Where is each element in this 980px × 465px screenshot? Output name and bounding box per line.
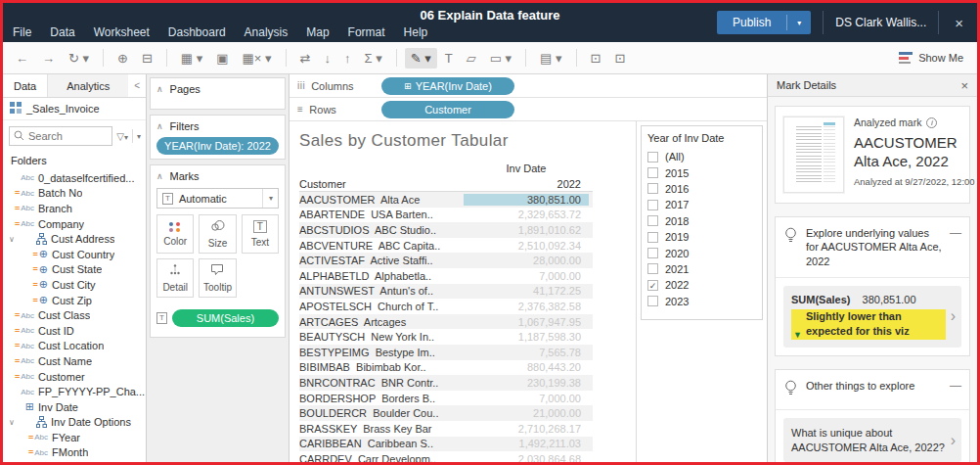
table-row[interactable]: BIBIMBAB Bibimbab Kor..880,443.20 [299,360,593,376]
checkbox-icon[interactable] [647,152,658,163]
pause-updates-icon[interactable]: ⊟ [136,48,158,69]
table-row[interactable]: ARTCAGES Artcages1,067,947.95 [299,314,593,330]
value-cell[interactable]: 41,172.25 [464,285,589,297]
field-fp-fyyyy-pp-cha[interactable]: AbcFP_FYYYY-PP_Cha... [3,384,146,399]
value-cell[interactable]: 1,067,947.95 [464,316,589,328]
value-cell[interactable]: 7,000.00 [464,270,589,282]
filter-option-2015[interactable]: 2015 [647,164,756,180]
filter-option-2018[interactable]: 2018 [647,213,756,229]
table-row[interactable]: APOSTELSCH Church of T..2,376,382.58 [299,299,593,314]
filter-option-2022[interactable]: ✓2022 [647,277,756,293]
collapse-pages-icon[interactable]: ∧ [156,84,163,94]
sum-sales-pill[interactable]: SUM(Sales) [172,309,279,327]
table-row[interactable]: BOULDERCR Boulder Cou..21,000.00 [299,405,593,421]
collapse-pane-icon[interactable]: < [128,80,146,91]
menu-file[interactable]: File [13,25,31,39]
presentation-mode-icon[interactable]: ⊡ [585,48,607,69]
table-row[interactable]: BESTYPEIMG Bestype Im..7,565.78 [299,345,593,360]
swap-rows-columns-icon[interactable]: ⇄ [294,48,317,69]
field-cust-country[interactable]: =⊕Cust Country [3,247,146,262]
filter-option-2020[interactable]: 2020 [647,245,756,260]
tab-data[interactable]: Data [3,74,47,97]
publish-button[interactable]: Publish ▾ [717,11,811,34]
publish-caret-icon[interactable]: ▾ [787,19,811,27]
filter-pill-year-inv-date[interactable]: YEAR(Inv Date): 2022 [156,137,279,155]
menu-map[interactable]: Map [306,25,329,39]
table-row[interactable]: ALPHABETLD Alphabetla..7,000.00 [299,268,593,284]
field-cust-state[interactable]: =⊕Cust State [3,262,146,278]
undo-icon[interactable]: ← [10,48,34,69]
filter-option-2023[interactable]: 2023 [647,294,756,309]
account-label[interactable]: DS Clark Wallis... [835,16,926,29]
pane-options-caret-icon[interactable]: ▾ [137,132,141,141]
table-row[interactable]: ACTIVESTAF Active Staffi..28,000.00 [299,253,593,268]
search-input[interactable] [28,130,108,142]
color-button[interactable]: Color [156,214,194,254]
table-row[interactable]: BRASSKEY Brass Key Bar2,710,268.17 [299,421,593,437]
text-button[interactable]: TText [242,214,279,254]
value-cell[interactable]: 28,000.00 [464,255,589,266]
table-row[interactable]: BNRCONTRAC BNR Contr..230,199.38 [299,375,593,391]
collapse-marks-icon[interactable]: ∧ [156,171,163,181]
chevron-right-icon[interactable]: › [951,432,956,449]
filter-option-all[interactable]: (All) [647,149,756,164]
unique-question-card[interactable]: What is unique about AACUSTOMER Alta Ace… [783,418,961,462]
value-cell[interactable]: 230,199.38 [464,377,589,389]
sort-ascending-icon[interactable]: ↓ [318,48,336,69]
filters-card[interactable]: ∧ Filters YEAR(Inv Date): 2022 [150,115,286,160]
close-explain-icon[interactable]: × [960,78,968,93]
duplicate-sheet-icon[interactable]: ▣ [210,48,234,69]
field-cust-id[interactable]: =AbcCust ID [3,323,146,339]
sum-sales-insight-card[interactable]: SUM(Sales) 380,851.00 ▼ Slightly lower t… [783,286,961,348]
new-datasource-icon[interactable]: ⊕ [111,48,134,69]
field-cust-name[interactable]: =AbcCust Name [3,353,146,369]
field-inv-date-options[interactable]: ∨Inv Date Options [3,415,146,431]
field-cust-city[interactable]: =⊕Cust City [3,277,146,293]
table-row[interactable]: BORDERSHOP Borders B..7,000.00 [299,391,593,406]
value-cell[interactable]: 880,443.20 [464,361,589,373]
value-cell[interactable]: 2,329,653.72 [464,209,589,220]
rows-shelf[interactable]: ≡ Rows Customer [290,98,767,121]
filter-fields-icon[interactable]: ▽▾ [116,131,128,142]
filter-option-2017[interactable]: 2017 [647,197,756,212]
field-inv-date[interactable]: ⊞Inv Date [3,399,146,415]
new-worksheet-icon[interactable]: ▦ ▾ [175,48,208,69]
tab-analytics[interactable]: Analytics [47,74,128,97]
checkbox-icon[interactable] [647,263,658,274]
collapse-section-icon[interactable]: — [950,379,961,393]
field-0-dataselfcertified[interactable]: Abc0_dataselfcertified... [3,170,146,186]
datasource-row[interactable]: _Sales_Invoice [3,98,146,120]
rows-pill-customer[interactable]: Customer [381,101,514,118]
info-icon[interactable]: i [926,117,937,128]
field-fmonth[interactable]: =AbcFMonth [3,445,146,461]
columns-shelf[interactable]: iii Columns ⊞ YEAR(Inv Date) [290,74,767,98]
search-box[interactable] [9,126,112,146]
checkbox-icon[interactable] [647,296,658,306]
redo-icon[interactable]: → [36,48,61,69]
checkbox-icon[interactable] [647,183,658,194]
value-cell[interactable]: 2,510,092.34 [464,240,589,252]
table-row[interactable]: ABARTENDE USA Barten..2,329,653.72 [299,208,593,223]
share-icon[interactable]: ⊡ [608,48,631,69]
field-cust-location[interactable]: =AbcCust Location [3,339,146,354]
menu-worksheet[interactable]: Worksheet [94,25,150,39]
value-cell[interactable]: 380,851.00 [464,194,589,206]
detail-button[interactable]: Detail [156,258,194,298]
mark-type-dropdown[interactable]: T Automatic ▾ [156,188,279,209]
field-cust-address[interactable]: ∨Cust Address [3,231,146,247]
collapse-section-icon[interactable]: — [950,226,961,240]
field-company[interactable]: =AbcCompany [3,216,146,232]
value-cell[interactable]: 7,565.78 [464,347,589,358]
menu-data[interactable]: Data [50,25,74,39]
cell-size-icon[interactable]: ▤ ▾ [534,48,567,69]
table-row[interactable]: CARIBBEAN Caribbean S..1,492,211.03 [299,437,593,452]
table-row[interactable]: ABCSTUDIOS ABC Studio..1,891,010.62 [299,222,593,238]
field-cust-class[interactable]: =AbcCust Class [3,307,146,323]
replay-icon[interactable]: ↻ ▾ [63,48,95,69]
filter-option-2019[interactable]: 2019 [647,229,756,245]
value-cell[interactable]: 2,376,382.58 [464,301,589,312]
table-row[interactable]: CARRDEV Carr Developm..2,030,864.68 [299,451,593,465]
totals-icon[interactable]: Σ ▾ [358,48,387,69]
mark-type-caret-icon[interactable]: ▾ [262,189,273,208]
highlight-icon[interactable]: ✎ ▾ [405,48,437,69]
